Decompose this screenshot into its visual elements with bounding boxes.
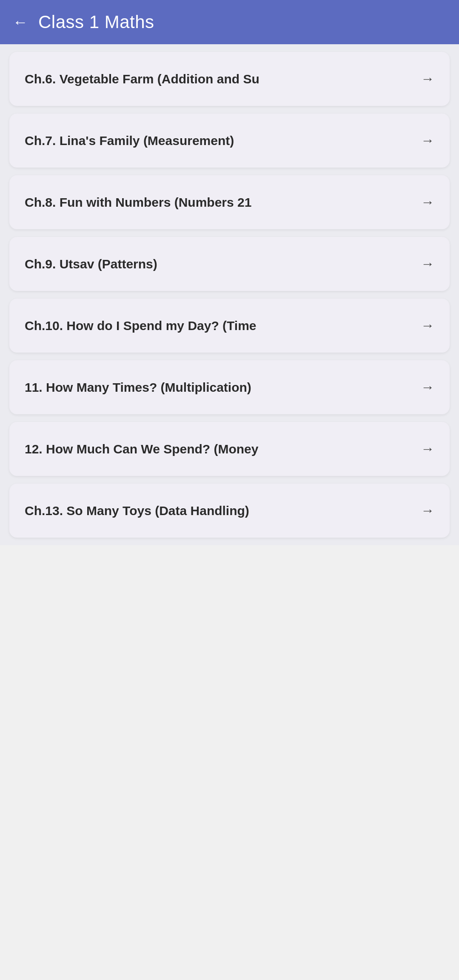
chapter-item-ch7[interactable]: Ch.7. Lina's Family (Measurement)→ <box>9 114 450 168</box>
chapter-title-ch6: Ch.6. Vegetable Farm (Addition and Su <box>25 71 412 87</box>
arrow-icon-ch7: → <box>421 133 434 148</box>
chapter-title-ch13: Ch.13. So Many Toys (Data Handling) <box>25 502 412 519</box>
chapter-item-ch8[interactable]: Ch.8. Fun with Numbers (Numbers 21→ <box>9 175 450 229</box>
page-title: Class 1 Maths <box>38 12 154 32</box>
arrow-icon-ch6: → <box>421 71 434 87</box>
back-button[interactable]: ← <box>13 14 28 30</box>
arrow-icon-ch12: → <box>421 441 434 457</box>
chapter-item-ch10[interactable]: Ch.10. How do I Spend my Day? (Time→ <box>9 299 450 353</box>
arrow-icon-ch10: → <box>421 318 434 333</box>
arrow-icon-ch9: → <box>421 256 434 272</box>
chapter-item-ch9[interactable]: Ch.9. Utsav (Patterns)→ <box>9 237 450 291</box>
chapter-title-ch12: 12. How Much Can We Spend? (Money <box>25 441 412 457</box>
chapter-title-ch11: 11. How Many Times? (Multiplication) <box>25 379 412 396</box>
chapter-item-ch11[interactable]: 11. How Many Times? (Multiplication)→ <box>9 360 450 414</box>
arrow-icon-ch8: → <box>421 194 434 210</box>
arrow-icon-ch11: → <box>421 379 434 395</box>
chapter-item-ch6[interactable]: Ch.6. Vegetable Farm (Addition and Su→ <box>9 52 450 106</box>
chapter-title-ch8: Ch.8. Fun with Numbers (Numbers 21 <box>25 194 412 211</box>
chapter-title-ch7: Ch.7. Lina's Family (Measurement) <box>25 132 412 149</box>
chapter-list: Ch.6. Vegetable Farm (Addition and Su→Ch… <box>0 44 459 545</box>
chapter-item-ch13[interactable]: Ch.13. So Many Toys (Data Handling)→ <box>9 484 450 538</box>
app-header: ← Class 1 Maths <box>0 0 459 44</box>
chapter-title-ch10: Ch.10. How do I Spend my Day? (Time <box>25 317 412 334</box>
arrow-icon-ch13: → <box>421 503 434 518</box>
chapter-item-ch12[interactable]: 12. How Much Can We Spend? (Money→ <box>9 422 450 476</box>
chapter-title-ch9: Ch.9. Utsav (Patterns) <box>25 256 412 272</box>
